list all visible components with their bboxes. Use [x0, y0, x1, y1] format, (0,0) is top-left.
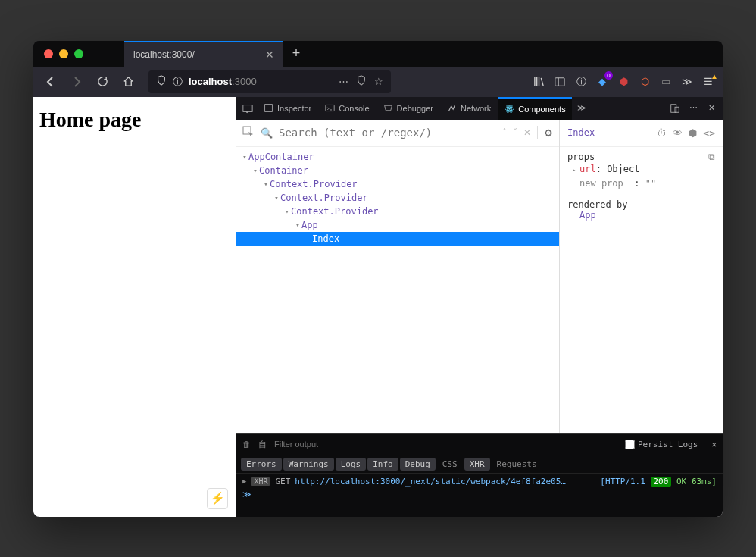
close-window-button[interactable]: [44, 49, 53, 58]
url-text: localhost:3000: [189, 76, 257, 87]
filter-info[interactable]: Info: [367, 458, 398, 471]
devtools: Inspector Console Debugger Network Compo…: [236, 97, 723, 517]
console-prompt[interactable]: ≫: [242, 490, 717, 499]
library-icon[interactable]: [530, 74, 547, 90]
tree-node[interactable]: ▾Context.Provider: [236, 205, 559, 218]
inspect-dom-icon[interactable]: 👁: [673, 127, 683, 139]
log-xhr-badge: XHR: [251, 477, 270, 486]
filter-requests[interactable]: Requests: [492, 458, 542, 471]
component-tree-panel: 🔍 ˄ ˅ ✕ ⚙ ▾AppContainer▾Container▾Contex…: [236, 120, 560, 433]
filter-funnel-icon: ⾃: [258, 439, 267, 450]
devtools-tabs: Inspector Console Debugger Network Compo…: [236, 97, 723, 120]
navigation-toolbar: ⓘ localhost:3000 ⋯ ☆ ⓘ ◆ ⬢ ⬡ ▭ ≫ ☰▲: [33, 67, 723, 97]
new-tab-button[interactable]: +: [283, 41, 309, 67]
log-meta: [HTTP/1.1 200 OK 63ms]: [600, 477, 717, 487]
log-method: GET: [275, 477, 290, 487]
filter-debug[interactable]: Debug: [400, 458, 436, 471]
console-filter-bar: Errors Warnings Logs Info Debug CSS XHR …: [236, 455, 723, 474]
copy-props-icon[interactable]: ⧉: [708, 152, 715, 162]
component-tree[interactable]: ▾AppContainer▾Container▾Context.Provider…: [236, 147, 559, 433]
search-next-icon[interactable]: ˅: [513, 127, 517, 138]
search-input[interactable]: [279, 127, 496, 139]
filter-xhr[interactable]: XHR: [464, 458, 490, 471]
extension-ublock-icon[interactable]: ⬢: [615, 74, 632, 90]
persist-logs-checkbox[interactable]: [625, 440, 635, 449]
tab-strip: localhost:3000/ ✕ +: [124, 41, 309, 67]
titlebar: localhost:3000/ ✕ +: [33, 41, 723, 67]
console-close-icon[interactable]: ✕: [711, 440, 717, 449]
rendered-by-value[interactable]: App: [567, 210, 715, 221]
filter-errors[interactable]: Errors: [241, 458, 282, 471]
tree-node[interactable]: Index: [236, 232, 559, 246]
tree-node[interactable]: ▾App: [236, 218, 559, 232]
suspense-timer-icon[interactable]: ⏱: [657, 127, 667, 139]
reader-shield-icon[interactable]: [356, 75, 367, 88]
url-bar[interactable]: ⓘ localhost:3000 ⋯ ☆: [148, 70, 391, 93]
maximize-window-button[interactable]: [74, 49, 83, 58]
shield-icon[interactable]: [156, 75, 167, 88]
hamburger-menu-icon[interactable]: ☰▲: [700, 74, 717, 90]
console-filter-input[interactable]: [274, 440, 617, 449]
rendered-by-heading: rendered by: [567, 199, 627, 210]
close-tab-button[interactable]: ✕: [265, 49, 274, 61]
rendered-by-section: rendered by App: [560, 195, 723, 225]
more-icon[interactable]: ⋯: [339, 76, 348, 87]
svg-rect-0: [555, 77, 564, 86]
search-icon: 🔍: [261, 127, 273, 139]
prop-row[interactable]: new prop : "": [567, 177, 715, 190]
view-source-icon[interactable]: <>: [703, 127, 715, 139]
clear-console-icon[interactable]: 🗑: [242, 440, 251, 449]
search-prev-icon[interactable]: ˄: [502, 127, 507, 138]
filter-warnings[interactable]: Warnings: [283, 458, 334, 471]
bookmark-star-icon[interactable]: ☆: [374, 76, 383, 87]
tab-console[interactable]: Console: [319, 97, 375, 120]
tab-network[interactable]: Network: [441, 97, 497, 120]
filter-css[interactable]: CSS: [437, 458, 463, 471]
toolbar-overflow-icon[interactable]: ≫: [679, 74, 695, 90]
tree-node[interactable]: ▾Context.Provider: [236, 177, 559, 191]
tree-node[interactable]: ▾Container: [236, 164, 559, 177]
devtools-iframe-picker-icon[interactable]: [239, 97, 256, 120]
log-row[interactable]: ▶ XHR GET http://localhost:3000/_next/st…: [242, 477, 717, 487]
responsive-mode-icon[interactable]: [667, 97, 683, 120]
console-toolbar: 🗑 ⾃ Persist Logs ✕: [236, 434, 723, 455]
tab-components[interactable]: Components: [498, 97, 571, 120]
extension-privacy-icon[interactable]: ⬡: [636, 74, 653, 90]
devtools-options-icon[interactable]: ⋯: [685, 97, 701, 120]
svg-rect-10: [675, 107, 679, 112]
tree-node[interactable]: ▾AppContainer: [236, 150, 559, 164]
minimize-window-button[interactable]: [59, 49, 68, 58]
console-log: ▶ XHR GET http://localhost:3000/_next/st…: [236, 474, 723, 517]
extension-bell-icon[interactable]: ◆: [594, 74, 611, 90]
sidebar-icon[interactable]: [551, 74, 568, 90]
window-controls: [33, 49, 94, 58]
content-area: Home page ⚡ Inspector Console Debugger: [33, 97, 723, 517]
reload-button[interactable]: [91, 70, 114, 93]
props-heading: props: [567, 152, 595, 162]
log-url: http://localhost:3000/_next/static/webpa…: [295, 477, 566, 487]
prop-row[interactable]: ▸url: Object: [567, 162, 715, 177]
tree-node[interactable]: ▾Context.Provider: [236, 191, 559, 205]
forward-button[interactable]: [65, 70, 88, 93]
devtools-close-icon[interactable]: ✕: [703, 97, 720, 120]
filter-logs[interactable]: Logs: [336, 458, 367, 471]
search-clear-icon[interactable]: ✕: [523, 127, 531, 138]
breadcrumb: Index ⏱ 👁 ⬢ <>: [560, 120, 723, 147]
nextjs-indicator-icon[interactable]: ⚡: [207, 488, 228, 509]
tab-debugger[interactable]: Debugger: [377, 97, 439, 120]
extension-icons: ⓘ ◆ ⬢ ⬡ ▭ ≫ ☰▲: [530, 74, 717, 90]
info-icon[interactable]: ⓘ: [173, 75, 183, 89]
back-button[interactable]: [39, 70, 62, 93]
persist-logs-toggle[interactable]: Persist Logs: [625, 440, 698, 449]
svg-rect-9: [671, 104, 676, 112]
tabs-overflow-icon[interactable]: ≫: [573, 97, 590, 120]
extension-info-icon[interactable]: ⓘ: [573, 74, 589, 90]
component-details-panel: Index ⏱ 👁 ⬢ <> props ⧉: [560, 120, 723, 433]
settings-gear-icon[interactable]: ⚙: [544, 127, 553, 139]
element-picker-icon[interactable]: [242, 126, 255, 140]
extension-generic-icon[interactable]: ▭: [658, 74, 674, 90]
tab-inspector[interactable]: Inspector: [258, 97, 317, 120]
home-button[interactable]: [117, 70, 139, 93]
browser-tab[interactable]: localhost:3000/ ✕: [124, 41, 283, 67]
log-to-console-icon[interactable]: ⬢: [689, 127, 697, 139]
